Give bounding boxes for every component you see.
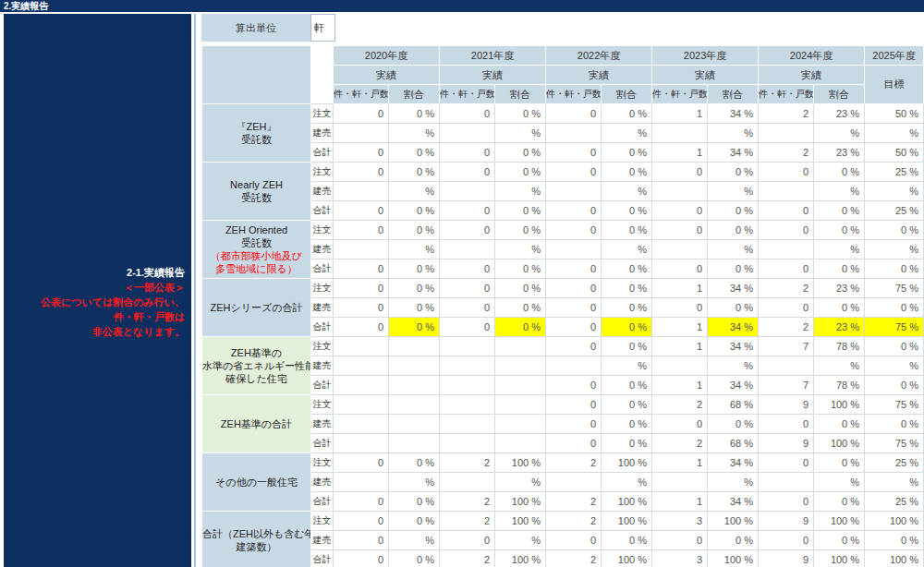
- count-cell[interactable]: 0: [546, 104, 602, 124]
- count-cell[interactable]: 0: [334, 492, 389, 512]
- ratio-cell[interactable]: 0 %: [389, 492, 440, 512]
- ratio-cell[interactable]: 100 %: [814, 434, 865, 453]
- count-cell[interactable]: 0: [759, 259, 814, 279]
- ratio-cell[interactable]: 78 %: [814, 376, 865, 395]
- count-cell[interactable]: 0: [334, 512, 389, 531]
- ratio-cell[interactable]: 0 %: [814, 453, 865, 473]
- ratio-cell[interactable]: 0 %: [495, 104, 546, 124]
- ratio-cell[interactable]: 0 %: [708, 298, 759, 318]
- ratio-cell[interactable]: 100 %: [814, 512, 865, 531]
- ratio-cell[interactable]: %: [495, 182, 546, 201]
- count-cell[interactable]: 2: [759, 104, 814, 124]
- ratio-cell[interactable]: 34 %: [708, 376, 759, 395]
- count-cell[interactable]: 0: [334, 143, 389, 163]
- count-cell[interactable]: [334, 395, 389, 415]
- count-cell[interactable]: [440, 473, 495, 492]
- target-cell[interactable]: 75 %: [865, 318, 924, 337]
- ratio-cell[interactable]: 100 %: [814, 550, 865, 567]
- ratio-cell[interactable]: 34 %: [708, 492, 759, 512]
- count-cell[interactable]: [759, 473, 814, 492]
- target-cell[interactable]: 0 %: [865, 298, 924, 318]
- count-cell[interactable]: [440, 376, 495, 395]
- ratio-cell[interactable]: 34 %: [708, 453, 759, 473]
- count-cell[interactable]: [546, 473, 602, 492]
- count-cell[interactable]: 0: [759, 201, 814, 221]
- ratio-cell[interactable]: 0 %: [602, 201, 652, 221]
- count-cell[interactable]: 0: [334, 221, 389, 240]
- ratio-cell[interactable]: 100 %: [708, 512, 759, 531]
- ratio-cell[interactable]: %: [814, 182, 865, 201]
- count-cell[interactable]: 0: [759, 221, 814, 240]
- count-cell[interactable]: [652, 182, 708, 201]
- target-cell[interactable]: 25 %: [865, 453, 924, 473]
- count-cell[interactable]: 0: [440, 143, 495, 163]
- count-cell[interactable]: 0: [652, 259, 708, 279]
- ratio-cell[interactable]: %: [602, 473, 652, 492]
- count-cell[interactable]: 2: [440, 550, 495, 567]
- count-cell[interactable]: [334, 376, 389, 395]
- count-cell[interactable]: [759, 182, 814, 201]
- count-cell[interactable]: [334, 415, 389, 434]
- count-cell[interactable]: 0: [546, 143, 602, 163]
- ratio-cell[interactable]: 0 %: [708, 163, 759, 182]
- ratio-cell[interactable]: 0 %: [389, 279, 440, 298]
- count-cell[interactable]: 0: [334, 550, 389, 567]
- count-cell[interactable]: [759, 356, 814, 376]
- count-cell[interactable]: 0: [546, 531, 602, 550]
- count-cell[interactable]: [546, 356, 602, 376]
- ratio-cell[interactable]: %: [389, 240, 440, 259]
- ratio-cell[interactable]: 0 %: [389, 221, 440, 240]
- target-cell[interactable]: 25 %: [865, 163, 924, 182]
- count-cell[interactable]: 2: [652, 395, 708, 415]
- count-cell[interactable]: 0: [334, 453, 389, 473]
- ratio-cell[interactable]: 0 %: [708, 531, 759, 550]
- count-cell[interactable]: 0: [440, 221, 495, 240]
- ratio-cell[interactable]: 0 %: [389, 163, 440, 182]
- ratio-cell[interactable]: 100 %: [708, 550, 759, 567]
- ratio-cell[interactable]: 100 %: [495, 512, 546, 531]
- count-cell[interactable]: 0: [546, 395, 602, 415]
- ratio-cell[interactable]: %: [814, 356, 865, 376]
- count-cell[interactable]: [334, 473, 389, 492]
- count-cell[interactable]: 2: [546, 512, 602, 531]
- ratio-cell[interactable]: 0 %: [602, 395, 652, 415]
- target-cell[interactable]: 0 %: [865, 531, 924, 550]
- ratio-cell[interactable]: 0 %: [602, 531, 652, 550]
- ratio-cell[interactable]: %: [814, 124, 865, 143]
- ratio-cell[interactable]: 100 %: [495, 492, 546, 512]
- count-cell[interactable]: 0: [334, 531, 389, 550]
- count-cell[interactable]: 0: [334, 163, 389, 182]
- ratio-cell[interactable]: 0 %: [602, 279, 652, 298]
- ratio-cell[interactable]: 0 %: [814, 298, 865, 318]
- ratio-cell[interactable]: 0 %: [389, 453, 440, 473]
- count-cell[interactable]: [440, 434, 495, 453]
- ratio-cell[interactable]: 34 %: [708, 318, 759, 337]
- count-cell[interactable]: 1: [652, 376, 708, 395]
- ratio-cell[interactable]: %: [495, 240, 546, 259]
- ratio-cell[interactable]: 0 %: [814, 259, 865, 279]
- count-cell[interactable]: 3: [652, 512, 708, 531]
- count-cell[interactable]: 0: [440, 279, 495, 298]
- ratio-cell[interactable]: [495, 395, 546, 415]
- count-cell[interactable]: 0: [334, 279, 389, 298]
- ratio-cell[interactable]: 0 %: [495, 298, 546, 318]
- count-cell[interactable]: 1: [652, 337, 708, 356]
- ratio-cell[interactable]: %: [602, 182, 652, 201]
- count-cell[interactable]: [546, 182, 602, 201]
- ratio-cell[interactable]: 0 %: [814, 163, 865, 182]
- ratio-cell[interactable]: 78 %: [814, 337, 865, 356]
- count-cell[interactable]: 0: [546, 337, 602, 356]
- count-cell[interactable]: [440, 415, 495, 434]
- count-cell[interactable]: 0: [546, 279, 602, 298]
- ratio-cell[interactable]: 0 %: [389, 318, 440, 337]
- ratio-cell[interactable]: 100 %: [602, 512, 652, 531]
- count-cell[interactable]: 7: [759, 337, 814, 356]
- count-cell[interactable]: [334, 240, 389, 259]
- ratio-cell[interactable]: %: [389, 473, 440, 492]
- target-cell[interactable]: 25 %: [865, 492, 924, 512]
- ratio-cell[interactable]: [389, 434, 440, 453]
- ratio-cell[interactable]: 0 %: [389, 512, 440, 531]
- ratio-cell[interactable]: 23 %: [814, 279, 865, 298]
- ratio-cell[interactable]: 0 %: [495, 221, 546, 240]
- count-cell[interactable]: 0: [759, 163, 814, 182]
